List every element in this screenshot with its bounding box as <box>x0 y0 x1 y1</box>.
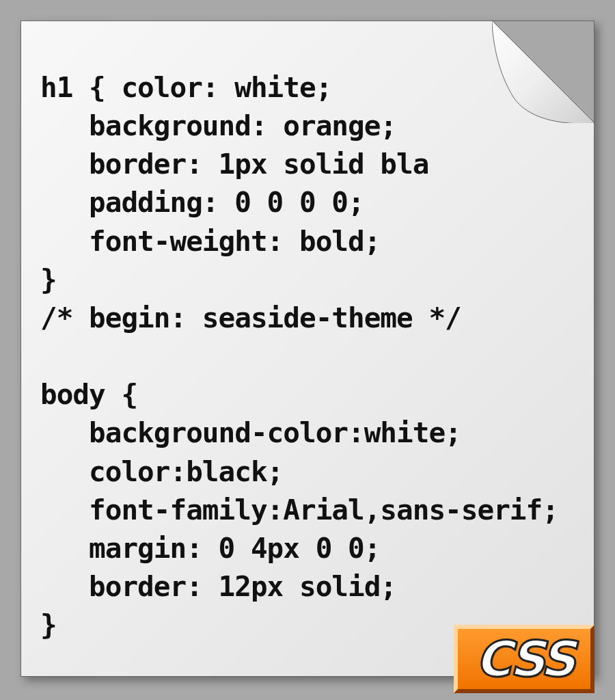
css-badge: CSS <box>454 625 594 693</box>
document-page: h1 { color: white; background: orange; b… <box>20 21 594 677</box>
css-badge-label: CSS <box>476 630 573 688</box>
code-block: h1 { color: white; background: orange; b… <box>40 68 580 644</box>
